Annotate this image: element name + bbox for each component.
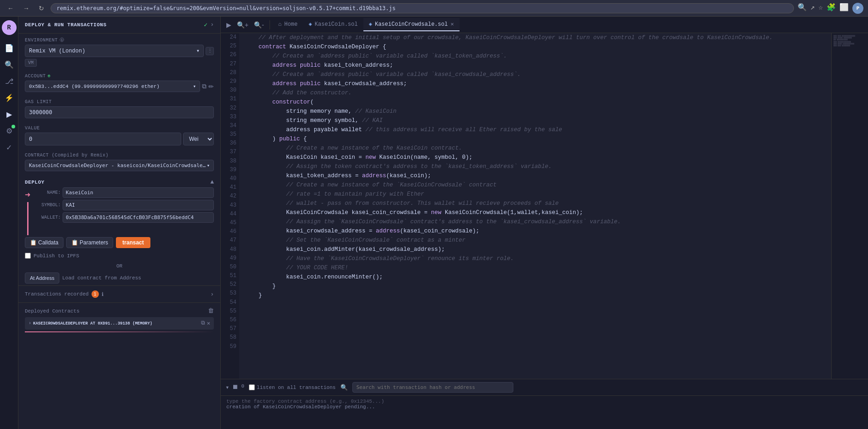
deployed-contract-label[interactable]: › KASEICROWDSALEDEPLOYER AT 0XD91...3913…: [29, 321, 152, 326]
window-icon[interactable]: ⬜: [839, 3, 849, 14]
tab-kaseicoin[interactable]: ◈ KaseiCoin.sol: [303, 18, 363, 31]
deployed-title: Deployed Contracts: [25, 308, 80, 314]
contract-dropdown[interactable]: KaseiCoinCrowdsaleDeployer - kaseicoin/K…: [25, 160, 214, 171]
code-editor: 2425262728293031323334353637383940414243…: [221, 33, 868, 379]
listen-label[interactable]: listen on all transactions: [249, 384, 336, 390]
expand-icon[interactable]: ›: [210, 21, 214, 29]
deployed-item-icons: ⧉ ✕: [201, 320, 210, 327]
icon-sidebar: R 📄 🔍 ⎇ ⚡ ▶ ⚙ ✓ ⚙: [0, 17, 18, 429]
transact-btn[interactable]: transact: [116, 237, 150, 248]
tab-kaseicrodsale[interactable]: ◈ KaseiCoinCrowdsale.sol ✕: [363, 18, 460, 31]
tx-count-badge: 1: [92, 290, 99, 298]
search-browser-icon[interactable]: 🔍: [798, 3, 807, 14]
deploy-header: DEPLOY ▲: [18, 175, 220, 187]
terminal-count: 0: [241, 383, 244, 391]
terminal-bar: ▾ ⏹ 0 listen on all transactions 🔍: [221, 379, 868, 395]
terminal-collapse-icon[interactable]: ▾: [225, 383, 229, 391]
value-input[interactable]: [25, 133, 181, 145]
calldata-btn[interactable]: 📋 Calldata: [25, 237, 63, 248]
compile-sidebar-btn[interactable]: ⚙: [2, 123, 17, 138]
listen-checkbox[interactable]: [249, 384, 255, 390]
git-sidebar-btn[interactable]: ⎇: [2, 74, 17, 88]
files-sidebar-btn[interactable]: 📄: [2, 41, 17, 55]
tx-info-icon[interactable]: ℹ: [102, 291, 103, 297]
env-menu-icon[interactable]: ⋮: [206, 47, 214, 55]
zoom-in-btn[interactable]: 🔍+: [235, 20, 250, 29]
contract-value: KaseiCoinCrowdsaleDeployer - kaseicoin/K…: [29, 162, 207, 168]
code-content[interactable]: // After deployment and the initial setu…: [239, 33, 831, 379]
minimap-content: ████ ████ ████████████████ ████ ██████ █…: [832, 33, 868, 48]
at-address-btn[interactable]: At Address: [25, 272, 59, 284]
deploy-title: DEPLOY: [25, 180, 45, 185]
or-divider: OR: [18, 261, 220, 271]
plugin-sidebar-btn[interactable]: ⚡: [2, 90, 17, 105]
tab-home[interactable]: ⌂ Home: [273, 18, 303, 31]
deploy-form-row: ➜ NAME: SYMBOL: WALLET:: [18, 187, 220, 235]
symbol-input[interactable]: [63, 200, 214, 210]
listen-text: listen on all transactions: [257, 385, 336, 390]
deploy-sidebar-btn[interactable]: ▶: [2, 107, 17, 122]
extension-icon[interactable]: 🧩: [827, 3, 836, 14]
deploy-arrow-icon: ➜: [25, 191, 30, 200]
deployed-underline: [25, 331, 214, 332]
gas-limit-input[interactable]: [25, 106, 214, 118]
deploy-buttons: 📋 Calldata 📋 Parameters transact: [18, 235, 220, 250]
url-bar[interactable]: [51, 3, 794, 13]
search-terminal-icon[interactable]: 🔍: [340, 384, 348, 391]
forward-button[interactable]: →: [20, 4, 32, 13]
account-chevron-icon: ▾: [193, 83, 196, 89]
terminal-line1: type the factory contract address (e.g.,…: [226, 399, 862, 404]
trash-icon[interactable]: 🗑: [208, 307, 214, 314]
edit-account-btn[interactable]: ✏: [208, 83, 214, 90]
search-sidebar-btn[interactable]: 🔍: [2, 57, 17, 72]
deployed-contract-item: › KASEICROWDSALEDEPLOYER AT 0XD91...3913…: [25, 317, 214, 330]
vm-badge-row: VM: [25, 59, 214, 66]
account-plus-icon[interactable]: ⊕: [48, 73, 51, 79]
deployed-section: Deployed Contracts 🗑 › KASEICROWDSALEDEP…: [18, 302, 220, 337]
back-button[interactable]: ←: [5, 4, 17, 13]
env-info-icon[interactable]: 🛈: [60, 37, 65, 43]
browser-icons: 🔍 ↗ ☆ 🧩 ⬜ P: [798, 3, 863, 14]
panel-title: DEPLOY & RUN TRANSACTIONS: [25, 22, 107, 28]
calldata-icon: 📋: [30, 239, 37, 246]
close-contract-icon[interactable]: ✕: [207, 320, 210, 327]
profile-avatar[interactable]: P: [852, 3, 863, 14]
account-section: ACCOUNT ⊕ 0x5B3...eddC4 (99.999999999997…: [18, 70, 220, 96]
symbol-form-row: SYMBOL:: [33, 200, 214, 210]
name-input[interactable]: [63, 187, 214, 198]
deployed-contract-name: KASEICROWDSALEDEPLOYER AT 0XD91...39138 …: [33, 321, 152, 326]
deployed-chevron-icon: ›: [29, 321, 31, 326]
name-label: NAME:: [33, 190, 61, 195]
zoom-out-btn[interactable]: 🔍-: [252, 20, 266, 29]
wallet-form-row: WALLET:: [33, 212, 214, 223]
account-dropdown[interactable]: 0x5B3...eddC4 (99.999999999997740296 eth…: [25, 81, 200, 92]
play-btn[interactable]: ▶: [224, 20, 233, 29]
refresh-button[interactable]: ↻: [36, 4, 47, 13]
environment-dropdown[interactable]: Remix VM (London) ▾: [25, 45, 204, 57]
terminal-search-input[interactable]: [352, 382, 513, 393]
publish-ipfs-checkbox[interactable]: [25, 253, 31, 259]
test-sidebar-btn[interactable]: ✓: [2, 140, 17, 155]
deploy-collapse-icon[interactable]: ▲: [210, 179, 214, 186]
wallet-input[interactable]: [63, 212, 214, 223]
app-wrapper: R 📄 🔍 ⎇ ⚡ ▶ ⚙ ✓ ⚙ DEPLOY & RUN TRANSACTI…: [0, 17, 868, 429]
browser-bar: ← → ↻ 🔍 ↗ ☆ 🧩 ⬜ P: [0, 0, 868, 17]
star-icon[interactable]: ☆: [818, 3, 823, 14]
calldata-label: Calldata: [38, 239, 58, 246]
transactions-label: Transactions recorded 1 ℹ: [25, 290, 103, 298]
chevron-down-icon: ▾: [196, 47, 200, 54]
publish-row: Publish to IPFS: [18, 250, 220, 261]
parameters-btn[interactable]: 📋 Parameters: [66, 237, 113, 248]
tx-chevron-icon: ›: [210, 291, 214, 298]
copy-contract-icon[interactable]: ⧉: [201, 320, 205, 327]
transactions-section[interactable]: Transactions recorded 1 ℹ ›: [18, 285, 220, 302]
minimap: ████ ████ ████████████████ ████ ██████ █…: [831, 33, 868, 379]
kaseicoin-tab-icon: ◈: [309, 21, 312, 28]
value-unit-select[interactable]: Wei Gwei Ether: [183, 133, 214, 145]
copy-address-btn[interactable]: ⧉: [202, 82, 207, 90]
environment-section: ENVIRONMENT 🛈 Remix VM (London) ▾ ⋮ VM: [18, 34, 220, 70]
close-tab-icon[interactable]: ✕: [450, 22, 454, 27]
gas-limit-label: GAS LIMIT: [25, 99, 214, 104]
terminal-stop-icon[interactable]: ⏹: [232, 383, 238, 391]
share-icon[interactable]: ↗: [811, 3, 815, 14]
